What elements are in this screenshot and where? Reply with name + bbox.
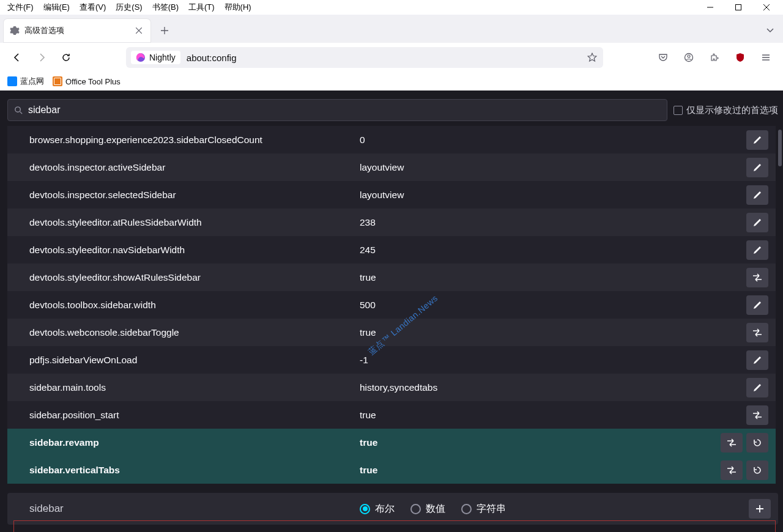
menu-file[interactable]: 文件(F) <box>2 1 39 14</box>
edit-button[interactable] <box>746 213 768 232</box>
pref-row[interactable]: devtools.styleeditor.showAtRulesSidebart… <box>7 264 776 291</box>
reset-button[interactable] <box>746 433 768 453</box>
config-search-box[interactable] <box>7 99 667 121</box>
pref-value: true <box>360 465 721 476</box>
url-bar[interactable]: Nightly about:config <box>126 47 603 68</box>
modified-only-label: 仅显示修改过的首选项 <box>686 105 778 116</box>
ublock-icon[interactable] <box>730 48 750 67</box>
menu-edit[interactable]: 编辑(E) <box>39 1 75 14</box>
svg-point-4 <box>15 106 20 111</box>
pref-row[interactable]: browser.shopping.experience2023.sidebarC… <box>7 126 776 153</box>
url-text: about:config <box>184 53 237 63</box>
add-pref-row: sidebar 布尔数值字符串 <box>7 493 778 525</box>
account-icon[interactable] <box>679 48 699 67</box>
pref-row[interactable]: pdfjs.sidebarViewOnLoad-1 <box>7 346 776 374</box>
menu-tools[interactable]: 工具(T) <box>184 1 220 14</box>
about-config-content: 蓝点™ Landian.News 仅显示修改过的首选项 browser.shop… <box>0 91 783 532</box>
pref-row[interactable]: sidebar.main.toolshistory,syncedtabs <box>7 374 776 401</box>
radio-label: 数值 <box>426 503 445 515</box>
pref-row[interactable]: sidebar.revamptrue <box>7 429 776 456</box>
type-radio[interactable]: 数值 <box>410 503 445 515</box>
maximize-button[interactable] <box>724 0 752 15</box>
close-button[interactable] <box>752 0 781 15</box>
bookmark-office-tool[interactable]: Office Tool Plus <box>53 76 121 86</box>
bookmark-star-icon[interactable] <box>586 51 598 64</box>
toggle-button[interactable] <box>746 323 768 342</box>
edit-button[interactable] <box>746 158 768 177</box>
pref-value: 0 <box>360 135 746 146</box>
pref-name: devtools.inspector.selectedSidebar <box>29 190 360 201</box>
back-button[interactable] <box>7 48 27 67</box>
identity-box[interactable]: Nightly <box>131 51 180 64</box>
identity-label: Nightly <box>149 53 176 62</box>
pref-name: devtools.styleeditor.navSidebarWidth <box>29 245 360 256</box>
type-radio[interactable]: 字符串 <box>461 503 506 515</box>
bookmark-icon <box>7 76 17 86</box>
tab-strip: 高级首选项 <box>0 15 783 43</box>
pref-row[interactable]: sidebar.verticalTabstrue <box>7 456 776 484</box>
minimize-button[interactable] <box>696 0 724 15</box>
svg-rect-0 <box>736 5 741 10</box>
edit-button[interactable] <box>746 130 768 150</box>
toggle-button[interactable] <box>746 405 768 425</box>
pref-row[interactable]: devtools.styleeditor.navSidebarWidth245 <box>7 236 776 264</box>
gear-icon <box>10 26 20 35</box>
radio-label: 布尔 <box>375 503 395 515</box>
pref-name: devtools.toolbox.sidebar.width <box>29 300 360 311</box>
pref-value: layoutview <box>360 190 746 201</box>
scrollbar[interactable] <box>778 130 782 166</box>
reset-button[interactable] <box>746 460 768 480</box>
edit-button[interactable] <box>746 185 768 205</box>
pref-row[interactable]: devtools.toolbox.sidebar.width500 <box>7 291 776 319</box>
radio-icon <box>360 504 370 514</box>
all-tabs-button[interactable] <box>761 21 779 40</box>
checkbox-icon <box>674 106 683 115</box>
pref-value: 500 <box>360 300 746 311</box>
pref-name: sidebar.position_start <box>29 410 360 421</box>
close-icon[interactable] <box>133 25 144 36</box>
menu-bookmarks[interactable]: 书签(B) <box>147 1 184 14</box>
config-search-input[interactable] <box>28 105 661 116</box>
toggle-button[interactable] <box>721 433 743 453</box>
toolbar-right <box>653 48 776 67</box>
tab-about-config[interactable]: 高级首选项 <box>4 19 150 42</box>
pref-row[interactable]: devtools.styleeditor.atRulesSidebarWidth… <box>7 209 776 236</box>
svg-point-3 <box>688 55 690 57</box>
pref-name: sidebar.verticalTabs <box>29 465 360 476</box>
toggle-button[interactable] <box>746 268 768 287</box>
pref-value: -1 <box>360 355 746 366</box>
menu-view[interactable]: 查看(V) <box>75 1 111 14</box>
add-pref-button[interactable] <box>749 499 771 519</box>
pref-name: sidebar.revamp <box>29 437 360 448</box>
pocket-icon[interactable] <box>653 48 673 67</box>
add-pref-type-radios: 布尔数值字符串 <box>360 503 506 515</box>
pref-row[interactable]: devtools.webconsole.sidebarToggletrue <box>7 319 776 346</box>
pref-row[interactable]: sidebar.position_starttrue <box>7 401 776 429</box>
tab-label: 高级首选项 <box>24 25 128 36</box>
config-search-row: 仅显示修改过的首选项 <box>7 98 778 122</box>
menu-help[interactable]: 帮助(H) <box>220 1 256 14</box>
modified-only-toggle[interactable]: 仅显示修改过的首选项 <box>674 105 778 116</box>
pref-name: devtools.styleeditor.atRulesSidebarWidth <box>29 217 360 228</box>
edit-button[interactable] <box>746 295 768 315</box>
pref-name: devtools.styleeditor.showAtRulesSidebar <box>29 272 360 283</box>
app-menu-icon[interactable] <box>756 48 776 67</box>
edit-button[interactable] <box>746 378 768 397</box>
pref-name: devtools.inspector.activeSidebar <box>29 162 360 173</box>
bookmark-label: Office Tool Plus <box>65 77 121 86</box>
pref-value: layoutview <box>360 162 746 173</box>
extensions-icon[interactable] <box>705 48 724 67</box>
edit-button[interactable] <box>746 350 768 370</box>
new-tab-button[interactable] <box>155 21 174 40</box>
edit-button[interactable] <box>746 240 768 260</box>
menu-history[interactable]: 历史(S) <box>111 1 147 14</box>
pref-value: true <box>360 272 746 283</box>
bookmark-landian[interactable]: 蓝点网 <box>7 76 44 87</box>
radio-label: 字符串 <box>477 503 506 515</box>
toggle-button[interactable] <box>721 460 743 480</box>
menubar: 文件(F) 编辑(E) 查看(V) 历史(S) 书签(B) 工具(T) 帮助(H… <box>0 0 783 15</box>
type-radio[interactable]: 布尔 <box>360 503 395 515</box>
reload-button[interactable] <box>56 48 76 67</box>
pref-row[interactable]: devtools.inspector.selectedSidebarlayout… <box>7 181 776 209</box>
pref-row[interactable]: devtools.inspector.activeSidebarlayoutvi… <box>7 153 776 181</box>
